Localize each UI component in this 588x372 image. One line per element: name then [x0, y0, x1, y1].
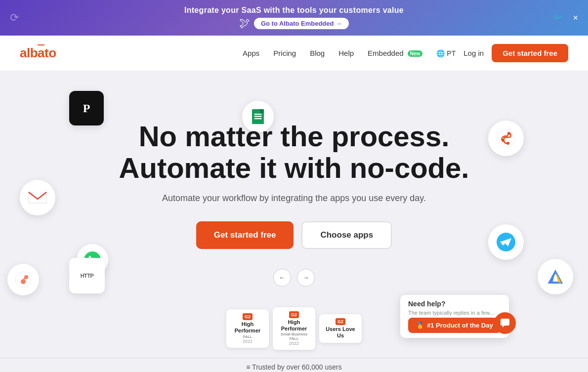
chat-bubble-icon[interactable] — [494, 312, 516, 334]
hero-content: No matter the process. Automate it with … — [119, 121, 469, 299]
carousel-nav: ← → — [119, 269, 469, 287]
webhook-svg — [496, 128, 516, 148]
svg-point-7 — [497, 129, 515, 147]
banner-deco-right-icon: 🐦 — [552, 12, 563, 23]
carousel-prev-button[interactable]: ← — [273, 269, 291, 287]
app-icon-webhook — [488, 121, 524, 156]
badge-users-love-us: G2 Users Love Us — [319, 314, 362, 343]
logo[interactable]: albato — [20, 45, 56, 61]
carousel-next-button[interactable]: → — [297, 269, 315, 287]
svg-marker-24 — [503, 326, 504, 328]
banner-close-button[interactable]: × — [573, 13, 578, 23]
embedded-badge: New — [408, 50, 423, 57]
nav-item-help[interactable]: Help — [338, 49, 354, 58]
badges-row: G2 High Performer FALL 2022 G2 High Perf… — [226, 307, 362, 350]
language-selector[interactable]: 🌐 PT — [436, 49, 456, 57]
hero-title: No matter the process. Automate it with … — [119, 121, 469, 184]
badge-year-2: 2022 — [289, 341, 299, 346]
telegram-svg — [496, 232, 516, 252]
nav-item-apps[interactable]: Apps — [243, 49, 259, 58]
badge-sub-2: Small Business FALL — [278, 332, 310, 341]
trusted-bar-text: ≡ Trusted by over 60,000 users — [246, 363, 341, 371]
gmail-svg — [28, 190, 47, 205]
nav-links: Apps Pricing Blog Help Embedded New — [243, 49, 422, 58]
nav-item-blog[interactable]: Blog — [310, 49, 325, 58]
badge-title-1: High Performer — [231, 321, 264, 334]
banner-bird-icon: 🕊 — [239, 17, 250, 30]
app-icon-paper: P — [69, 91, 104, 125]
badge-sub-1: FALL — [243, 334, 252, 339]
medal-icon: 🥇 — [416, 322, 424, 329]
svg-rect-2 — [254, 116, 262, 117]
svg-rect-23 — [501, 319, 509, 326]
svg-rect-3 — [254, 118, 262, 119]
banner-link[interactable]: Go to Albato Embedded → — [254, 18, 349, 29]
hero-cta-primary[interactable]: Get started free — [196, 221, 294, 249]
nav-item-pricing[interactable]: Pricing — [273, 49, 296, 58]
hubspot-svg — [14, 271, 32, 289]
app-icon-hubspot — [7, 264, 39, 295]
app-icon-telegram — [488, 224, 524, 260]
trusted-bar: ≡ Trusted by over 60,000 users — [0, 358, 588, 372]
nav-item-embedded[interactable]: Embedded New — [368, 49, 422, 58]
g2-label: G2 — [243, 313, 252, 320]
navbar-cta-button[interactable]: Get started free — [492, 44, 568, 62]
app-icon-http: HTTP — [69, 258, 105, 293]
product-of-day-button[interactable]: 🥇 #1 Product of the Day — [408, 318, 501, 333]
login-button[interactable]: Log in — [463, 49, 484, 57]
badge-high-performer-fall: G2 High Performer FALL 2022 — [226, 309, 269, 347]
banner-main-text: Integrate your SaaS with the tools your … — [10, 6, 578, 15]
app-icon-gmail — [20, 180, 55, 215]
svg-point-10 — [506, 142, 509, 145]
g2-label-2: G2 — [289, 311, 299, 318]
navbar: albato Apps Pricing Blog Help Embedded N… — [0, 36, 588, 71]
need-help-text: Need help? — [408, 300, 501, 308]
svg-point-8 — [502, 139, 504, 142]
app-icon-google-ads — [538, 259, 573, 294]
banner-deco-left-icon: ⟳ — [10, 11, 19, 24]
reply-text: The team typically replies in a few... — [408, 310, 501, 316]
badge-title-3: Users Love Us — [324, 326, 357, 339]
hero-subtitle: Automate your workflow by integrating th… — [119, 193, 469, 204]
badge-title-2: High Performer — [278, 319, 310, 332]
nav-right: 🌐 PT Log in Get started free — [436, 44, 568, 62]
hero-section: P — [0, 71, 588, 358]
hero-cta-secondary[interactable]: Choose apps — [301, 221, 392, 249]
badge-high-performer-small-biz: G2 High Performer Small Business FALL 20… — [273, 307, 315, 350]
chat-widget: Need help? The team typically replies in… — [400, 295, 509, 338]
promo-banner: ⟳ Integrate your SaaS with the tools you… — [0, 0, 588, 36]
g2-label-3: G2 — [336, 318, 345, 325]
svg-point-9 — [507, 132, 510, 135]
globe-icon: 🌐 — [436, 49, 445, 57]
hero-buttons: Get started free Choose apps — [119, 221, 469, 249]
svg-rect-1 — [254, 114, 262, 115]
badge-year-1: 2022 — [243, 339, 252, 344]
google-ads-svg — [546, 267, 565, 287]
